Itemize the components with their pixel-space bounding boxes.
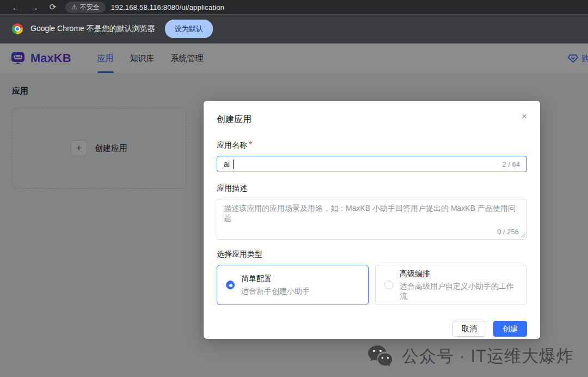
wechat-icon [367, 344, 395, 368]
set-default-button[interactable]: 设为默认 [165, 20, 213, 38]
app-type-label: 选择应用类型 [217, 250, 262, 258]
refresh-icon[interactable]: ⟳ [44, 2, 62, 12]
cancel-button[interactable]: 取消 [452, 321, 486, 337]
warning-icon: ⚠ [71, 3, 77, 11]
url-text[interactable]: 192.168.58.116:8080/ui/application [111, 3, 224, 11]
type-option-simple[interactable]: 简单配置 适合新手创建小助手 [217, 265, 369, 305]
screen: ← → ⟳ ⚠ 不安全 192.168.58.116:8080/ui/appli… [0, 0, 588, 377]
create-app-modal: 创建应用 × 应用名称* 2 / 64 应用描述 0 / 256 选择应用类型 [204, 101, 540, 339]
app-description-label: 应用描述 [217, 184, 247, 192]
back-icon[interactable]: ← [7, 3, 25, 12]
forward-icon[interactable]: → [25, 3, 44, 12]
chrome-logo-icon [12, 23, 23, 34]
chrome-infobar: Google Chrome 不是您的默认浏览器 设为默认 [0, 14, 588, 44]
type-option-title: 高级编排 [400, 269, 518, 279]
app-type-options: 简单配置 适合新手创建小助手 高级编排 适合高级用户自定义小助手的工作流 [217, 265, 527, 305]
security-badge[interactable]: ⚠ 不安全 [65, 2, 106, 13]
resize-handle-icon[interactable] [520, 233, 525, 238]
required-asterisk: * [249, 140, 252, 149]
type-option-subtitle: 适合新手创建小助手 [241, 287, 310, 296]
name-char-counter: 2 / 64 [502, 160, 520, 168]
radio-selected-icon[interactable] [226, 281, 235, 289]
app-name-input[interactable] [224, 160, 474, 168]
type-option-title: 简单配置 [241, 274, 310, 284]
description-char-counter: 0 / 256 [497, 228, 519, 236]
app-description-textarea[interactable] [217, 199, 526, 239]
address-bar[interactable]: ⚠ 不安全 192.168.58.116:8080/ui/application [65, 2, 224, 13]
watermark: 公众号 · IT运维大爆炸 [367, 344, 574, 368]
watermark-text: 公众号 · IT运维大爆炸 [402, 345, 574, 368]
browser-toolbar: ← → ⟳ ⚠ 不安全 192.168.58.116:8080/ui/appli… [0, 0, 588, 14]
security-badge-label: 不安全 [80, 3, 100, 12]
radio-unselected-icon[interactable] [384, 281, 393, 289]
app-name-input-wrap: 2 / 64 [217, 156, 527, 172]
app-description-wrap: 0 / 256 [217, 199, 527, 240]
text-caret [233, 160, 234, 169]
create-button[interactable]: 创建 [493, 321, 527, 337]
app-name-label: 应用名称 [217, 141, 247, 149]
modal-title: 创建应用 [217, 114, 252, 125]
type-option-advanced[interactable]: 高级编排 适合高级用户自定义小助手的工作流 [375, 265, 527, 305]
infobar-message: Google Chrome 不是您的默认浏览器 [30, 24, 155, 34]
close-icon[interactable]: × [522, 112, 527, 121]
type-option-subtitle: 适合高级用户自定义小助手的工作流 [400, 282, 518, 301]
